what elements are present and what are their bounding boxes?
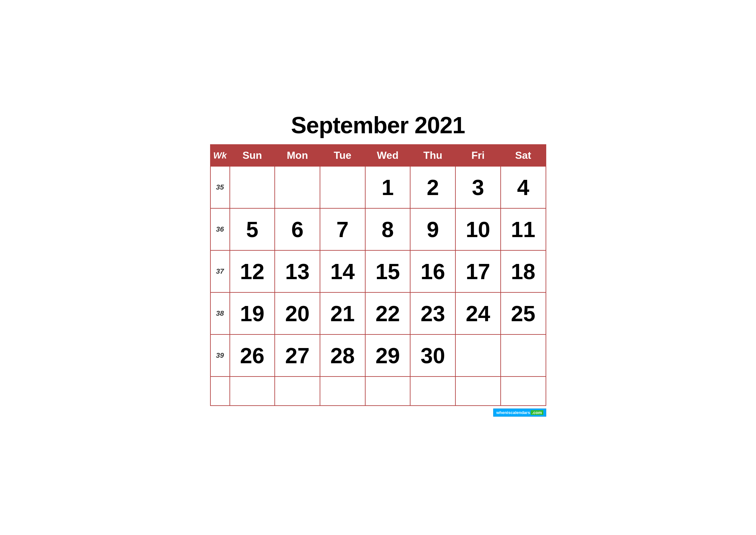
thu-header: Thu xyxy=(410,145,455,166)
day-cell: 30 xyxy=(410,334,455,377)
sun-header: Sun xyxy=(230,145,275,166)
day-cell: 13 xyxy=(275,250,320,293)
calendar-container: September 2021 Wk Sun Mon Tue Wed Thu Fr… xyxy=(201,105,556,430)
watermark-blue: wheniscalendars xyxy=(496,410,530,415)
wed-header: Wed xyxy=(365,145,411,166)
week-number: 36 xyxy=(210,208,230,250)
day-cell xyxy=(275,166,320,208)
day-cell: 18 xyxy=(501,250,546,293)
day-cell: 15 xyxy=(365,250,411,293)
day-cell: 25 xyxy=(501,293,546,334)
watermark: wheniscalendars.com xyxy=(210,408,546,417)
calendar-title: September 2021 xyxy=(210,112,546,138)
day-cell xyxy=(501,334,546,377)
day-cell: 8 xyxy=(365,208,411,250)
day-cell xyxy=(230,377,275,406)
day-cell: 4 xyxy=(501,166,546,208)
table-row: 351234 xyxy=(210,166,546,208)
week-number: 37 xyxy=(210,250,230,293)
day-cell xyxy=(501,377,546,406)
day-cell: 1 xyxy=(365,166,411,208)
day-cell: 22 xyxy=(365,293,411,334)
day-cell xyxy=(455,377,501,406)
day-cell: 10 xyxy=(455,208,501,250)
day-cell: 23 xyxy=(410,293,455,334)
day-cell xyxy=(275,377,320,406)
day-cell: 3 xyxy=(455,166,501,208)
day-cell xyxy=(410,377,455,406)
day-cell xyxy=(320,377,365,406)
day-cell: 28 xyxy=(320,334,365,377)
day-cell: 29 xyxy=(365,334,411,377)
day-cell: 11 xyxy=(501,208,546,250)
day-cell: 12 xyxy=(230,250,275,293)
day-cell: 17 xyxy=(455,250,501,293)
table-row xyxy=(210,377,546,406)
day-cell: 7 xyxy=(320,208,365,250)
day-cell: 9 xyxy=(410,208,455,250)
week-number: 39 xyxy=(210,334,230,377)
table-row: 392627282930 xyxy=(210,334,546,377)
day-cell: 2 xyxy=(410,166,455,208)
watermark-green: .com xyxy=(531,410,543,415)
day-cell: 27 xyxy=(275,334,320,377)
week-number xyxy=(210,377,230,406)
table-row: 36567891011 xyxy=(210,208,546,250)
fri-header: Fri xyxy=(455,145,501,166)
calendar-body: 3512343656789101137121314151617183819202… xyxy=(210,166,546,406)
mon-header: Mon xyxy=(275,145,320,166)
day-cell: 21 xyxy=(320,293,365,334)
day-cell: 5 xyxy=(230,208,275,250)
day-cell xyxy=(455,334,501,377)
day-cell xyxy=(230,166,275,208)
week-number: 35 xyxy=(210,166,230,208)
table-row: 3712131415161718 xyxy=(210,250,546,293)
sat-header: Sat xyxy=(501,145,546,166)
table-row: 3819202122232425 xyxy=(210,293,546,334)
day-cell xyxy=(320,166,365,208)
day-cell: 19 xyxy=(230,293,275,334)
day-cell: 14 xyxy=(320,250,365,293)
day-cell: 26 xyxy=(230,334,275,377)
day-cell xyxy=(365,377,411,406)
header-row: Wk Sun Mon Tue Wed Thu Fri Sat xyxy=(210,145,546,166)
day-cell: 16 xyxy=(410,250,455,293)
calendar-table: Wk Sun Mon Tue Wed Thu Fri Sat 351234365… xyxy=(210,144,546,406)
watermark-badge: wheniscalendars.com xyxy=(493,408,546,417)
day-cell: 20 xyxy=(275,293,320,334)
week-number: 38 xyxy=(210,293,230,334)
tue-header: Tue xyxy=(320,145,365,166)
day-cell: 6 xyxy=(275,208,320,250)
wk-header: Wk xyxy=(210,145,230,166)
day-cell: 24 xyxy=(455,293,501,334)
